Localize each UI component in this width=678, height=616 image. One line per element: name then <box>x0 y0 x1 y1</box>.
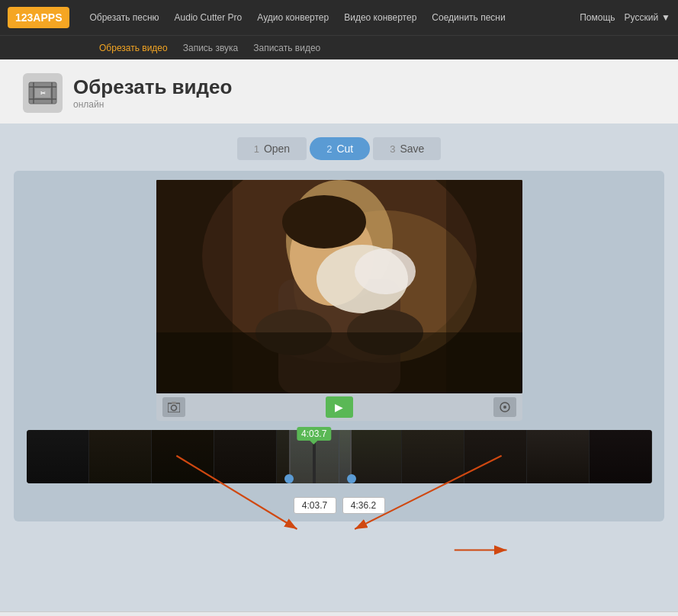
step-tabs: 1 Open 2 Cut 3 Save <box>14 137 664 160</box>
play-icon: ▶ <box>335 401 343 413</box>
timeline-dark-left <box>27 430 289 483</box>
step-tab-open[interactable]: 1 Open <box>237 137 307 160</box>
filmstrip[interactable] <box>27 430 652 483</box>
step-num-3: 3 <box>390 143 395 155</box>
step-tab-save[interactable]: 3 Save <box>373 137 441 160</box>
step-tab-cut[interactable]: 2 Cut <box>310 137 370 160</box>
screenshot-button[interactable] <box>162 397 185 417</box>
language-selector[interactable]: Русский ▼ <box>625 12 670 23</box>
video-frame <box>156 180 522 393</box>
fullscreen-button[interactable] <box>493 397 516 417</box>
svg-rect-21 <box>156 332 522 393</box>
step-num-1: 1 <box>254 143 259 155</box>
nav-link-audio-converter[interactable]: Аудио конвертер <box>249 9 336 26</box>
subnav-trim-video[interactable]: Обрезать видео <box>92 40 175 56</box>
video-container: ▶ 4:03.7 <box>14 171 664 521</box>
current-time-label: 4:03.7 <box>297 427 331 441</box>
help-link[interactable]: Помощь <box>580 12 615 23</box>
timeline-handle-start[interactable] <box>284 474 294 483</box>
nav-links: Обрезать песню Audio Cutter Pro Аудио ко… <box>82 9 580 26</box>
page-icon: ✂ <box>23 73 63 113</box>
top-navigation: 123APPS Обрезать песню Audio Cutter Pro … <box>0 0 678 35</box>
sub-navigation: Обрезать видео Запись звука Записать вид… <box>0 35 678 59</box>
page-header: ✂ Обрезать видео онлайн <box>0 59 678 124</box>
nav-link-trim-song[interactable]: Обрезать песню <box>82 9 166 26</box>
timeline-readouts: 4:03.7 4:36.2 <box>27 497 652 514</box>
page-header-text: Обрезать видео онлайн <box>73 76 232 111</box>
page-title: Обрезать видео <box>73 76 232 98</box>
video-content <box>156 180 522 393</box>
video-controls: ▶ <box>156 393 522 421</box>
nav-link-audio-cutter[interactable]: Audio Cutter Pro <box>167 9 250 26</box>
svg-point-23 <box>171 406 176 411</box>
svg-rect-24 <box>172 402 176 404</box>
nav-right: Помощь Русский ▼ <box>580 12 670 23</box>
start-time-readout[interactable]: 4:03.7 <box>294 497 336 514</box>
svg-point-16 <box>282 195 366 249</box>
play-button[interactable]: ▶ <box>326 396 353 418</box>
end-time-readout[interactable]: 4:36.2 <box>342 497 385 514</box>
step-label-cut: Cut <box>336 143 353 155</box>
app-logo[interactable]: 123APPS <box>8 7 69 28</box>
bottom-bar: Quality: Max ⬍ Format: MP4 FLV More ⬍ Cu… <box>0 611 678 616</box>
chevron-down-icon: ▼ <box>661 12 670 23</box>
step-label-open: Open <box>264 143 290 155</box>
subnav-record-audio[interactable]: Запись звука <box>175 40 246 56</box>
nav-link-video-converter[interactable]: Видео конвертер <box>336 9 424 26</box>
main-content: 1 Open 2 Cut 3 Save <box>0 124 678 611</box>
timeline-dark-right <box>352 430 652 483</box>
svg-point-15 <box>355 249 416 294</box>
svg-point-26 <box>503 406 506 409</box>
language-label: Русский <box>625 12 659 23</box>
nav-link-join-songs[interactable]: Соединить песни <box>424 9 513 26</box>
svg-text:✂: ✂ <box>40 90 46 97</box>
timeline-handle-end[interactable] <box>347 474 356 483</box>
step-label-save: Save <box>400 143 424 155</box>
page-subtitle: онлайн <box>73 99 232 110</box>
step-num-2: 2 <box>326 143 332 155</box>
timeline-strip[interactable]: 4:03.7 <box>27 430 652 514</box>
subnav-record-video[interactable]: Записать видео <box>246 40 328 56</box>
